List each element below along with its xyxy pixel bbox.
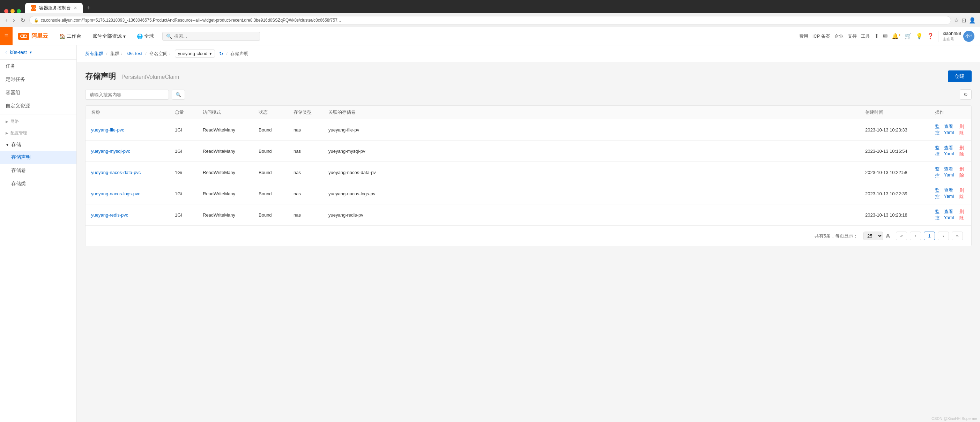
tab-favicon: CS	[31, 5, 36, 11]
sidebar: ‹ k8s-test ▾ 任务 定时任务 容器组 自定义资源 ▶ 网络 ▶ 配置…	[0, 45, 77, 422]
nav-enterprise[interactable]: 企业	[834, 33, 843, 40]
cell-name-3: yueyang-nacos-logs-pvc	[86, 191, 169, 196]
table-search-input[interactable]	[85, 90, 169, 100]
pvc-name-link-3[interactable]: yueyang-nacos-logs-pvc	[91, 191, 140, 196]
action-yaml-2[interactable]: 查看Yaml	[944, 166, 957, 179]
action-group-4: 监控 查看Yaml 删除	[935, 209, 966, 221]
search-icon: 🔍	[166, 33, 172, 39]
action-yaml-1[interactable]: 查看Yaml	[944, 145, 957, 157]
action-delete-0[interactable]: 删除	[959, 124, 966, 136]
username-text: xiaohh88	[943, 31, 961, 36]
search-button[interactable]: 🔍	[172, 90, 185, 100]
page-size-select[interactable]: 25 50 100	[864, 232, 883, 240]
pvc-name-link-1[interactable]: yueyang-mysql-pvc	[91, 149, 130, 154]
cell-pv-4: yueyang-redis-pv	[323, 213, 860, 217]
action-monitor-0[interactable]: 监控	[935, 124, 941, 136]
nav-icp[interactable]: ICP 备案	[813, 33, 830, 40]
pvc-name-link-4[interactable]: yueyang-redis-pvc	[91, 213, 128, 217]
action-monitor-4[interactable]: 监控	[935, 209, 941, 221]
action-monitor-3[interactable]: 监控	[935, 187, 941, 200]
nav-search-area: 🔍	[162, 32, 260, 41]
browser-tabs: CS 容器服务控制台 ✕ +	[4, 3, 976, 13]
cell-storage-type-0: nas	[288, 127, 323, 133]
cart-icon[interactable]: 🛒	[905, 33, 912, 40]
sidebar-item-pv[interactable]: 存储卷	[0, 164, 76, 177]
sidebar-toggle-button[interactable]: ≡	[0, 27, 13, 45]
new-tab-button[interactable]: +	[84, 3, 94, 13]
table-header: 名称 总量 访问模式 状态 存储类型 关联的存储卷 创建时间 操作	[86, 106, 971, 119]
bookmark-icon[interactable]: ☆	[954, 17, 959, 24]
cell-access-mode-2: ReadWriteMany	[197, 170, 253, 175]
upload-icon[interactable]: ⬆	[874, 33, 879, 40]
namespace-refresh-button[interactable]: ↻	[219, 51, 223, 57]
nav-tools[interactable]: 工具	[861, 33, 870, 40]
maximize-traffic-light[interactable]	[17, 9, 21, 13]
cell-capacity-1: 1Gi	[169, 149, 197, 154]
action-delete-2[interactable]: 删除	[959, 166, 966, 179]
help-icon[interactable]: ❓	[927, 33, 934, 40]
pagination-current-page[interactable]: 1	[924, 232, 935, 240]
nav-workbench[interactable]: 🏠 工作台	[57, 33, 84, 40]
cell-status-1: Bound	[253, 149, 288, 154]
back-button[interactable]: ‹	[4, 16, 9, 24]
sidebar-group-network[interactable]: ▶ 网络	[0, 116, 76, 127]
cell-name-0: yueyang-file-pvc	[86, 127, 169, 133]
pagination-first-button[interactable]: «	[896, 232, 907, 240]
action-delete-3[interactable]: 删除	[959, 187, 966, 200]
pvc-name-link-2[interactable]: yueyang-nacos-data-pvc	[91, 170, 141, 175]
cell-name-2: yueyang-nacos-data-pvc	[86, 170, 169, 175]
pagination-prev-button[interactable]: ‹	[910, 232, 921, 240]
reload-button[interactable]: ↻	[19, 16, 27, 24]
action-monitor-1[interactable]: 监控	[935, 145, 941, 157]
sidebar-cluster-header[interactable]: ‹ k8s-test ▾	[0, 45, 76, 60]
user-account-icon[interactable]: 👤	[969, 17, 976, 24]
action-yaml-0[interactable]: 查看Yaml	[944, 124, 957, 136]
minimize-traffic-light[interactable]	[11, 9, 15, 13]
cell-access-mode-0: ReadWriteMany	[197, 127, 253, 133]
tab-label: 容器服务控制台	[39, 5, 71, 11]
sidebar-item-storageclass[interactable]: 存储类	[0, 177, 76, 190]
nav-fee[interactable]: 费用	[799, 33, 808, 40]
sidebar-item-tasks[interactable]: 任务	[0, 60, 76, 73]
breadcrumb-cluster-name[interactable]: k8s-test	[127, 51, 143, 56]
sidebar-item-pvc[interactable]: 存储声明	[0, 151, 76, 164]
mail-icon[interactable]: ✉	[883, 33, 888, 40]
forward-button[interactable]: ›	[11, 16, 16, 24]
nav-account-resources[interactable]: 账号全部资源 ▾	[90, 33, 129, 40]
light-icon[interactable]: 💡	[916, 33, 923, 40]
sidebar-group-config[interactable]: ▶ 配置管理	[0, 127, 76, 139]
nav-support[interactable]: 支持	[848, 33, 857, 40]
action-monitor-2[interactable]: 监控	[935, 166, 941, 179]
user-avatar[interactable]: 小H	[963, 31, 974, 42]
create-pvc-button[interactable]: 创建	[948, 70, 972, 82]
col-header-name: 名称	[86, 109, 169, 116]
sidebar-item-pods[interactable]: 容器组	[0, 86, 76, 99]
action-delete-1[interactable]: 删除	[959, 145, 966, 157]
address-bar[interactable]: 🔒 cs.console.aliyun.com/?spm=5176.128180…	[29, 16, 951, 24]
sidebar-group-storage[interactable]: ▼ 存储	[0, 139, 76, 151]
pagination-next-button[interactable]: ›	[938, 232, 949, 240]
action-yaml-4[interactable]: 查看Yaml	[944, 209, 957, 221]
cell-pv-0: yueyang-file-pv	[323, 127, 860, 133]
sidebar-item-cronjobs[interactable]: 定时任务	[0, 73, 76, 86]
bell-icon[interactable]: 🔔●	[892, 33, 900, 40]
namespace-value: yueyang-cloud	[178, 51, 208, 56]
svg-point-0	[21, 35, 23, 37]
sidebar-item-crd[interactable]: 自定义资源	[0, 99, 76, 113]
close-traffic-light[interactable]	[4, 9, 8, 13]
breadcrumb-all-clusters[interactable]: 所有集群	[85, 51, 103, 57]
cell-actions-3: 监控 查看Yaml 删除	[929, 187, 971, 200]
pvc-name-link-0[interactable]: yueyang-file-pvc	[91, 127, 124, 133]
nav-search-input[interactable]	[174, 33, 256, 39]
cell-capacity-3: 1Gi	[169, 191, 197, 196]
app-layout: ‹ k8s-test ▾ 任务 定时任务 容器组 自定义资源 ▶ 网络 ▶ 配置…	[0, 45, 980, 422]
browser-tab-active[interactable]: CS 容器服务控制台 ✕	[25, 3, 83, 13]
refresh-table-button[interactable]: ↻	[960, 89, 972, 100]
namespace-dropdown[interactable]: yueyang-cloud ▾	[175, 49, 215, 57]
pagination-last-button[interactable]: »	[952, 232, 963, 240]
action-delete-4[interactable]: 删除	[959, 209, 966, 221]
window-icon[interactable]: ⊡	[961, 17, 966, 24]
action-yaml-3[interactable]: 查看Yaml	[944, 187, 957, 200]
nav-globe[interactable]: 🌐 全球	[134, 33, 157, 40]
tab-close-button[interactable]: ✕	[74, 6, 77, 11]
